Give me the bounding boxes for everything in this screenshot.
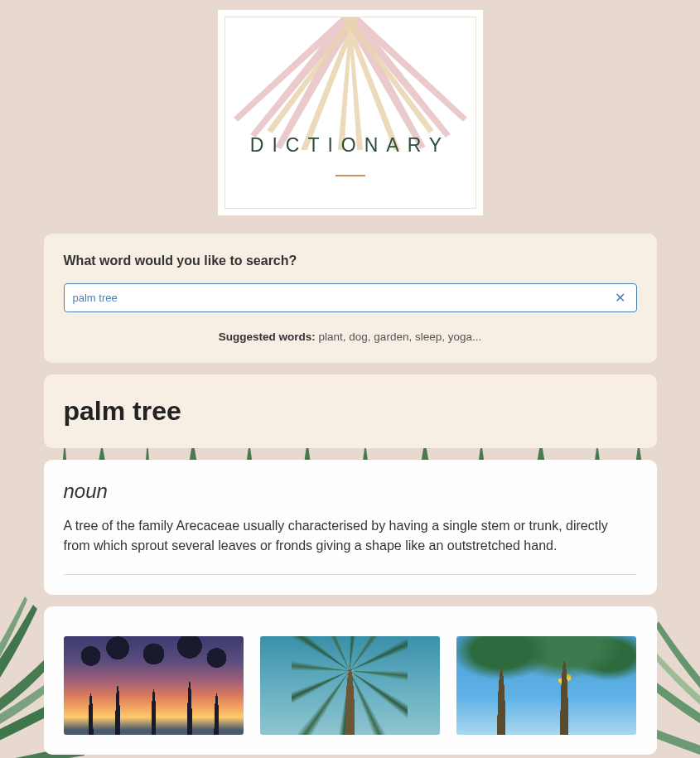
- clear-search-button[interactable]: ✕: [611, 288, 629, 308]
- palm-sunset-image: [64, 636, 244, 735]
- suggestions-line: Suggested words: plant, dog, garden, sle…: [64, 331, 637, 343]
- suggestions-label: Suggested words:: [219, 331, 316, 343]
- result-heading: palm tree: [64, 394, 637, 428]
- search-label: What word would you like to search?: [64, 253, 637, 268]
- gallery-card: [44, 606, 657, 755]
- logo-palm-leaves: [225, 17, 476, 150]
- part-of-speech: noun: [64, 480, 637, 503]
- palm-beach-image: [456, 636, 636, 735]
- palm-looking-up-image: [260, 636, 440, 735]
- logo-title: DICTIONARY: [250, 134, 450, 157]
- definition-card: noun A tree of the family Arecaceae usua…: [44, 460, 657, 595]
- definition-text: A tree of the family Arecaceae usually c…: [64, 516, 637, 556]
- definition-divider: [64, 574, 637, 575]
- result-heading-card: palm tree: [44, 374, 657, 448]
- close-icon: ✕: [615, 291, 625, 305]
- search-card: What word would you like to search? ✕ Su…: [44, 234, 657, 363]
- logo-card: DICTIONARY: [218, 10, 483, 215]
- suggestions-text: plant, dog, garden, sleep, yoga...: [316, 331, 481, 343]
- search-input[interactable]: [64, 283, 637, 312]
- logo-underline: [336, 175, 365, 176]
